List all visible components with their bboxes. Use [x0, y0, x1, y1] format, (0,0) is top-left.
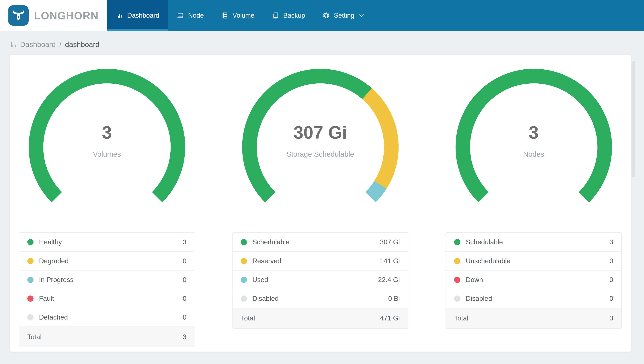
volumes-total-row: Total 3 [19, 326, 194, 347]
legend-value: 141 Gi [380, 257, 400, 265]
legend-label: Healthy [39, 238, 62, 246]
nodes-total-row: Total 3 [446, 308, 622, 328]
legend-row-disabled: Disabled 0 [446, 289, 622, 308]
legend-value: 0 [610, 276, 613, 284]
legend-value: 3 [182, 238, 186, 246]
nodes-gauge-arc [450, 63, 618, 231]
volumes-column: 3 Volumes Healthy 3 Degraded 0 In Progre… [19, 55, 195, 352]
legend-row-degraded: Degraded 0 [19, 252, 194, 270]
nav-label: Backup [283, 12, 305, 19]
down-status-dot [454, 277, 460, 283]
in-progress-status-dot [27, 277, 34, 283]
fault-status-dot [27, 296, 34, 302]
volumes-gauge-arc [23, 63, 191, 231]
volumes-gauge: 3 Volumes [23, 63, 191, 231]
nav-item-setting[interactable]: Setting [314, 0, 373, 31]
total-value: 3 [182, 333, 186, 341]
legend-label: Unschedulable [466, 257, 510, 265]
legend-value: 0 [610, 257, 613, 265]
legend-row-used: Used 22.4 Gi [232, 270, 408, 289]
vertical-scrollbar-thumb[interactable] [632, 62, 635, 177]
total-label: Total [27, 333, 42, 341]
disabled-status-dot [241, 296, 247, 302]
legend-label: Schedulable [466, 238, 503, 246]
dashboard-icon [116, 12, 123, 19]
legend-row-unschedulable: Unschedulable 0 [446, 252, 622, 270]
breadcrumb: Dashboard / dashboard [10, 40, 644, 49]
legend-row-down: Down 0 [446, 270, 622, 289]
app-logo: LONGHORN [0, 0, 107, 31]
legend-row-reserved: Reserved 141 Gi [232, 252, 408, 270]
schedulable-status-dot [241, 239, 247, 245]
volume-icon [221, 12, 228, 19]
nodes-gauge: 3 Nodes [450, 63, 618, 231]
legend-value: 0 Bi [388, 295, 400, 302]
total-label: Total [241, 314, 255, 322]
logo-wordmark: LONGHORN [34, 10, 98, 22]
legend-label: Fault [39, 295, 54, 302]
legend-value: 0 [610, 295, 613, 302]
breadcrumb-separator: / [60, 40, 62, 49]
backup-icon [272, 12, 279, 19]
disabled-status-dot [454, 296, 460, 302]
legend-label: Degraded [39, 257, 69, 265]
legend-row-healthy: Healthy 3 [19, 233, 194, 252]
legend-label: Disabled [252, 295, 279, 302]
legend-value: 0 [182, 276, 186, 284]
degraded-status-dot [27, 258, 34, 264]
total-label: Total [454, 314, 468, 322]
node-icon [177, 12, 184, 19]
nodes-column: 3 Nodes Schedulable 3 Unschedulable 0 Do… [446, 55, 622, 352]
storage-total-row: Total 471 Gi [232, 308, 408, 328]
legend-label: Down [466, 276, 483, 284]
storage-gauge-arc [236, 63, 404, 231]
legend-row-schedulable: Schedulable 307 Gi [232, 233, 408, 252]
storage-legend-table: Schedulable 307 Gi Reserved 141 Gi Used … [232, 232, 408, 329]
unschedulable-status-dot [454, 258, 460, 264]
legend-row-schedulable: Schedulable 3 [446, 233, 622, 252]
nodes-legend-table: Schedulable 3 Unschedulable 0 Down 0 Dis… [446, 232, 622, 329]
storage-column: 307 Gi Storage Schedulable Schedulable 3… [232, 55, 408, 352]
total-value: 3 [610, 314, 613, 322]
legend-label: Used [252, 276, 268, 284]
nav-item-dashboard[interactable]: Dashboard [107, 0, 168, 31]
legend-row-disabled: Disabled 0 Bi [232, 289, 408, 308]
reserved-status-dot [241, 258, 247, 264]
legend-value: 22.4 Gi [378, 276, 400, 284]
legend-value: 0 [182, 295, 186, 302]
legend-row-in-progress: In Progress 0 [19, 270, 194, 289]
total-value: 471 Gi [380, 314, 400, 322]
legend-row-detached: Detached 0 [19, 308, 194, 326]
app-header: LONGHORN Dashboard Node [0, 0, 644, 31]
storage-gauge: 307 Gi Storage Schedulable [236, 63, 404, 231]
legend-label: In Progress [39, 276, 74, 284]
breadcrumb-current-page: dashboard [65, 40, 100, 49]
legend-label: Schedulable [252, 238, 290, 246]
legend-value: 3 [610, 238, 613, 246]
used-status-dot [241, 277, 247, 283]
nav-item-volume[interactable]: Volume [212, 0, 263, 31]
legend-row-fault: Fault 0 [19, 289, 194, 308]
nav-label: Node [188, 12, 204, 19]
schedulable-status-dot [454, 239, 460, 245]
legend-label: Reserved [252, 257, 281, 265]
nav-label: Volume [232, 12, 254, 19]
legend-label: Disabled [466, 295, 492, 302]
setting-gear-icon [322, 12, 330, 19]
longhorn-bull-icon [8, 5, 28, 26]
chevron-down-icon [358, 14, 364, 17]
main-nav: Dashboard Node [107, 0, 644, 31]
legend-value: 0 [182, 314, 186, 321]
nav-label: Setting [334, 12, 354, 19]
breadcrumb-root-link[interactable]: Dashboard [20, 40, 56, 49]
legend-value: 0 [182, 257, 186, 265]
nav-label: Dashboard [127, 12, 159, 19]
volumes-legend-table: Healthy 3 Degraded 0 In Progress 0 Fault… [19, 232, 195, 348]
detached-status-dot [27, 314, 34, 320]
breadcrumb-chart-icon [10, 41, 18, 48]
nav-item-node[interactable]: Node [168, 0, 212, 31]
nav-item-backup[interactable]: Backup [263, 0, 314, 31]
legend-value: 307 Gi [380, 238, 400, 246]
dashboard-card: 3 Volumes Healthy 3 Degraded 0 In Progre… [10, 55, 631, 352]
healthy-status-dot [27, 239, 34, 245]
